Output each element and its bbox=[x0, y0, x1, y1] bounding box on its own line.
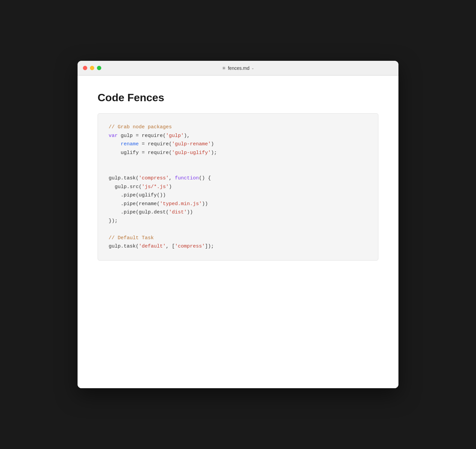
code-line-9: .pipe(uglify()) bbox=[109, 191, 367, 200]
code-line-14: // Default Task bbox=[109, 234, 367, 243]
code-empty-1 bbox=[109, 157, 367, 166]
code-empty-3 bbox=[109, 225, 367, 234]
app-window: ✳︎ fences.md ⌄ Code Fences // Grab node … bbox=[78, 61, 398, 388]
file-name: fences.md bbox=[228, 65, 250, 71]
page-title: Code Fences bbox=[98, 92, 378, 104]
code-line-4: uglify = require('gulp-uglify'); bbox=[109, 149, 367, 157]
code-empty-2 bbox=[109, 166, 367, 174]
file-icon: ✳︎ bbox=[222, 65, 226, 71]
close-button[interactable] bbox=[83, 66, 87, 70]
code-line-3: rename = require('gulp-rename') bbox=[109, 140, 367, 149]
main-content: Code Fences // Grab node packages var gu… bbox=[78, 76, 398, 388]
maximize-button[interactable] bbox=[97, 66, 101, 70]
code-line-12: }); bbox=[109, 217, 367, 226]
code-line-8: gulp.src('js/*.js') bbox=[109, 183, 367, 191]
code-line-1: // Grab node packages bbox=[109, 123, 367, 132]
code-keyword-var: var bbox=[109, 133, 118, 139]
code-comment-1: // Grab node packages bbox=[109, 124, 172, 130]
titlebar-title: ✳︎ fences.md ⌄ bbox=[222, 65, 254, 71]
titlebar: ✳︎ fences.md ⌄ bbox=[78, 61, 398, 76]
traffic-lights bbox=[83, 66, 101, 70]
code-line-7: gulp.task('compress', function() { bbox=[109, 174, 367, 183]
code-comment-2: // Default Task bbox=[109, 235, 154, 241]
code-line-15: gulp.task('default', ['compress']); bbox=[109, 242, 367, 251]
code-fence: // Grab node packages var gulp = require… bbox=[98, 113, 378, 261]
chevron-down-icon[interactable]: ⌄ bbox=[251, 66, 254, 70]
code-line-2: var gulp = require('gulp'), bbox=[109, 132, 367, 140]
code-line-11: .pipe(gulp.dest('dist')) bbox=[109, 208, 367, 217]
code-line-10: .pipe(rename('typed.min.js')) bbox=[109, 200, 367, 208]
minimize-button[interactable] bbox=[90, 66, 94, 70]
